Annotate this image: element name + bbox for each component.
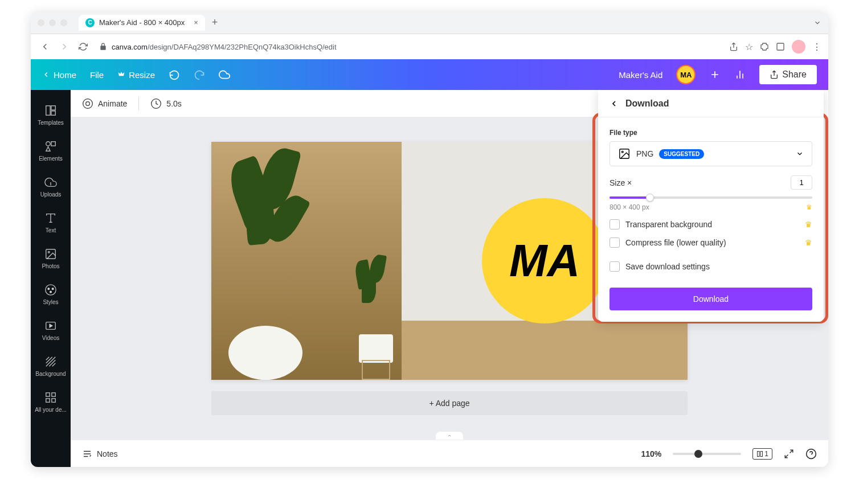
photos-icon (44, 247, 58, 261)
chevron-down-icon (796, 150, 804, 158)
sidebar-item-photos[interactable]: Photos (31, 240, 71, 276)
fullscreen-button[interactable] (784, 449, 794, 459)
save-settings-label: Save download settings (625, 262, 710, 271)
user-avatar[interactable]: MA (676, 65, 696, 84)
page-count-button[interactable]: 1 (752, 448, 772, 460)
maximize-dot[interactable] (60, 19, 67, 26)
sidebar: Templates Elements Uploads Text Photos S… (31, 90, 71, 467)
close-tab-icon[interactable]: × (194, 18, 198, 27)
browser-tab-strip: C Maker's Aid - 800 × 400px × + (31, 11, 828, 34)
svg-point-9 (46, 142, 50, 146)
sidebar-item-all-designs[interactable]: All your de... (31, 384, 71, 420)
svg-point-31 (83, 99, 93, 108)
svg-line-24 (46, 357, 50, 360)
sidebar-item-templates[interactable]: Templates (31, 97, 71, 133)
svg-rect-29 (46, 399, 50, 402)
elements-icon (44, 140, 58, 153)
project-name[interactable]: Maker's Aid (619, 70, 662, 80)
crown-icon (117, 71, 125, 79)
download-button[interactable]: Download (610, 288, 812, 310)
svg-point-18 (52, 288, 54, 290)
sidebar-label: Uploads (40, 191, 62, 198)
transparent-bg-checkbox[interactable] (610, 219, 620, 230)
sidebar-item-uploads[interactable]: Uploads (31, 169, 71, 204)
grid-icon (44, 391, 58, 404)
page-drawer-handle[interactable] (436, 432, 463, 440)
sidebar-item-text[interactable]: Text (31, 204, 71, 240)
tab-title: Maker's Aid - 800 × 400px (99, 18, 185, 27)
back-button[interactable] (38, 39, 52, 54)
canvas-image-area (211, 142, 402, 380)
redo-button[interactable] (194, 69, 205, 80)
url-field[interactable]: canva.com/design/DAFAq298YM4/232PhEQnQ74… (95, 43, 725, 51)
reload-button[interactable] (76, 40, 90, 54)
tabs-dropdown-icon[interactable] (813, 19, 821, 27)
videos-icon (44, 319, 58, 333)
home-button[interactable]: Home (42, 70, 76, 80)
file-type-select[interactable]: PNG SUGGESTED (610, 141, 812, 166)
app-header: Home File Resize Maker's Aid MA Share (31, 59, 828, 90)
save-settings-checkbox[interactable] (610, 261, 620, 272)
svg-rect-38 (760, 451, 763, 456)
help-button[interactable] (805, 448, 817, 460)
new-tab-button[interactable]: + (212, 17, 218, 28)
close-dot[interactable] (38, 19, 44, 26)
analytics-button[interactable] (734, 69, 746, 80)
lock-icon (99, 43, 107, 51)
profile-icon[interactable] (792, 40, 805, 54)
share-button[interactable]: Share (759, 65, 817, 84)
reading-list-icon[interactable] (776, 42, 785, 51)
svg-line-25 (49, 360, 55, 366)
svg-rect-10 (51, 142, 55, 146)
more-icon[interactable]: ⋮ (812, 42, 821, 52)
slider-thumb[interactable] (646, 194, 654, 202)
sidebar-item-videos[interactable]: Videos (31, 312, 71, 348)
browser-tab[interactable]: C Maker's Aid - 800 × 400px × (79, 15, 205, 31)
file-menu[interactable]: File (90, 70, 104, 80)
sidebar-item-elements[interactable]: Elements (31, 133, 71, 169)
back-button[interactable] (610, 99, 619, 108)
bottom-bar: Notes 110% 1 (71, 440, 828, 467)
text-icon (44, 211, 58, 225)
main-area: Animate 5.0s (71, 90, 828, 467)
transparent-bg-label: Transparent background (625, 220, 799, 229)
share-icon (770, 70, 779, 79)
animate-button[interactable]: Animate (82, 98, 127, 109)
svg-rect-37 (758, 451, 760, 456)
size-slider[interactable] (610, 196, 812, 199)
window-controls[interactable] (38, 19, 67, 26)
svg-rect-7 (51, 106, 55, 110)
cloud-sync-icon[interactable] (219, 69, 230, 80)
animate-icon (82, 98, 93, 109)
resize-button[interactable]: Resize (117, 70, 155, 80)
sidebar-label: Styles (43, 299, 58, 305)
share-url-icon[interactable] (729, 42, 738, 51)
add-member-button[interactable] (709, 69, 721, 80)
zoom-slider[interactable] (673, 453, 741, 455)
svg-line-39 (790, 450, 793, 453)
download-panel-header: Download (598, 90, 824, 117)
add-page-button[interactable]: + Add page (211, 391, 688, 415)
compress-checkbox[interactable] (610, 237, 620, 248)
bookmark-icon[interactable]: ☆ (745, 42, 753, 52)
page-count: 1 (764, 450, 768, 458)
undo-button[interactable] (169, 69, 180, 80)
sidebar-item-styles[interactable]: Styles (31, 276, 71, 312)
styles-icon (44, 283, 58, 297)
duration-button[interactable]: 5.0s (150, 98, 181, 109)
size-multiplier-input[interactable] (791, 175, 812, 190)
svg-point-16 (46, 285, 56, 295)
logo-circle[interactable]: MA (482, 198, 607, 323)
forward-button[interactable] (57, 39, 72, 54)
slider-fill (610, 196, 650, 199)
sidebar-item-background[interactable]: Background (31, 348, 71, 384)
svg-point-15 (48, 251, 50, 253)
suggested-badge: SUGGESTED (659, 149, 704, 159)
notes-button[interactable]: Notes (82, 449, 118, 459)
browser-address-bar: canva.com/design/DAFAq298YM4/232PhEQnQ74… (31, 34, 828, 59)
minimize-dot[interactable] (49, 19, 56, 26)
zoom-level[interactable]: 110% (641, 449, 662, 458)
background-icon (44, 355, 58, 368)
file-type-label: File type (610, 129, 812, 137)
extensions-icon[interactable] (760, 42, 769, 51)
